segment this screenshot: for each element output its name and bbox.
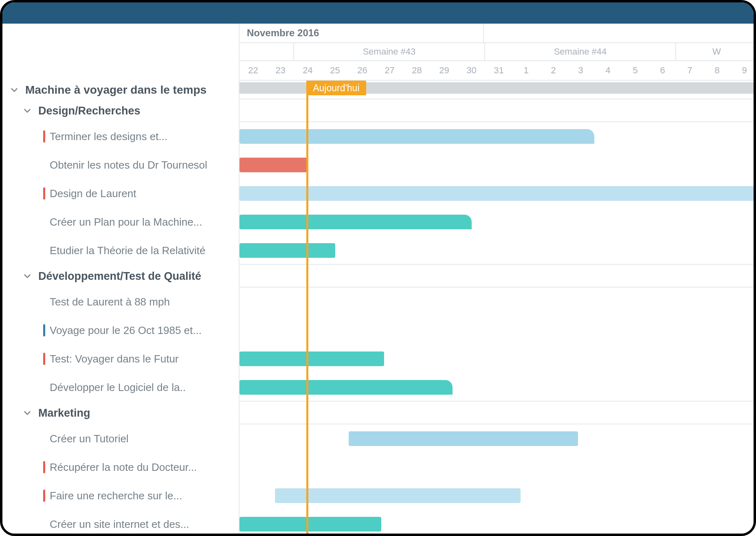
gantt-bar[interactable] xyxy=(240,215,472,229)
task-label: Etudier la Théorie de la Relativité xyxy=(50,244,206,257)
gantt-bar[interactable] xyxy=(240,517,381,532)
gantt-bar[interactable] xyxy=(240,243,335,258)
priority-flag-icon xyxy=(43,187,45,200)
tree-task-row[interactable]: Voyage pour le 26 Oct 1985 et... xyxy=(2,316,239,345)
group-divider xyxy=(240,424,754,424)
day-header[interactable]: 30 xyxy=(458,61,485,80)
task-label: Terminer les designs et... xyxy=(50,130,167,143)
week-header: Semaine #43 xyxy=(294,43,485,60)
day-header[interactable]: 27 xyxy=(376,61,403,80)
tree-project-row[interactable]: Machine à voyager dans le temps xyxy=(2,81,239,99)
chevron-down-icon[interactable] xyxy=(22,105,33,116)
group-title: Développement/Test de Qualité xyxy=(38,270,201,283)
day-header[interactable]: 4 xyxy=(594,61,622,80)
today-marker-line xyxy=(306,81,308,534)
task-label: Développer le Logiciel de la.. xyxy=(50,381,186,394)
task-label: Créer un Tutoriel xyxy=(50,433,129,445)
tree-group-row[interactable]: Marketing xyxy=(2,402,239,424)
day-header[interactable]: 6 xyxy=(649,61,676,80)
task-label: Créer un Plan pour la Machine... xyxy=(50,216,202,228)
task-label: Créer un site internet et des... xyxy=(50,518,189,531)
app-topbar xyxy=(2,2,754,24)
tree-task-row[interactable]: Créer un site internet et des... xyxy=(2,510,239,536)
tree-task-row[interactable]: Récupérer la note du Docteur... xyxy=(2,453,239,481)
tree-group-row[interactable]: Développement/Test de Qualité xyxy=(2,265,239,288)
tree-task-row[interactable]: Créer un Plan pour la Machine... xyxy=(2,208,239,236)
group-divider xyxy=(240,264,754,265)
week-row: Semaine #43Semaine #44W xyxy=(240,43,754,61)
task-tree-sidebar: Machine à voyager dans le tempsDesign/Re… xyxy=(2,24,239,534)
priority-flag-icon xyxy=(43,490,45,502)
group-divider xyxy=(240,401,754,402)
chevron-down-icon[interactable] xyxy=(22,271,33,281)
tree-task-row[interactable]: Faire une recherche sur le... xyxy=(2,481,239,510)
week-header: W xyxy=(676,43,756,60)
task-label: Voyage pour le 26 Oct 1985 et... xyxy=(50,324,202,337)
tree-task-row[interactable]: Développer le Logiciel de la.. xyxy=(2,373,239,402)
day-header[interactable]: 22 xyxy=(240,61,267,80)
group-title: Design/Recherches xyxy=(38,105,141,117)
group-divider xyxy=(240,121,754,122)
day-header[interactable]: 25 xyxy=(321,61,349,80)
tree-task-row[interactable]: Design de Laurent xyxy=(2,179,239,208)
today-label-text: Aujourd'hui xyxy=(313,83,359,94)
day-header[interactable]: 29 xyxy=(431,61,458,80)
tree-task-row[interactable]: Test de Laurent à 88 mph xyxy=(2,288,239,316)
gantt-bar[interactable] xyxy=(240,351,384,366)
gantt-bar[interactable] xyxy=(240,158,308,172)
month-label: Novembre 2016 xyxy=(240,24,484,42)
day-header[interactable]: 1 xyxy=(512,61,540,80)
gantt-bar[interactable] xyxy=(240,380,453,395)
priority-flag-icon xyxy=(43,461,45,473)
day-header[interactable]: 31 xyxy=(485,61,512,80)
day-header[interactable]: 3 xyxy=(567,61,594,80)
project-title: Machine à voyager dans le temps xyxy=(25,83,207,97)
tree-task-row[interactable]: Créer un Tutoriel xyxy=(2,424,239,453)
priority-flag-icon xyxy=(43,324,45,336)
day-header[interactable]: 7 xyxy=(676,61,703,80)
chevron-down-icon[interactable] xyxy=(22,408,33,418)
task-label: Obtenir les notes du Dr Tournesol xyxy=(50,159,207,171)
day-header[interactable]: 23 xyxy=(267,61,294,80)
group-title: Marketing xyxy=(38,407,90,420)
priority-flag-icon xyxy=(43,130,45,143)
day-header[interactable]: 28 xyxy=(403,61,431,80)
today-marker-label: Aujourd'hui xyxy=(306,81,366,95)
gantt-bar[interactable] xyxy=(240,186,756,201)
month-row: Novembre 2016 xyxy=(240,24,754,43)
week-header: Semaine #44 xyxy=(485,43,676,60)
gantt-bar[interactable] xyxy=(349,431,578,446)
day-header[interactable]: 9 xyxy=(731,61,756,80)
day-header[interactable]: 26 xyxy=(349,61,376,80)
gantt-timeline[interactable]: Novembre 2016 Semaine #43Semaine #44W 22… xyxy=(239,24,754,534)
gantt-bar[interactable] xyxy=(275,488,521,503)
day-row: 22232425262728293031123456789 xyxy=(240,61,754,81)
task-label: Récupérer la note du Docteur... xyxy=(50,461,197,474)
day-header[interactable]: 2 xyxy=(540,61,567,80)
task-label: Test: Voyager dans le Futur xyxy=(50,353,179,365)
task-label: Design de Laurent xyxy=(50,187,136,200)
group-divider xyxy=(240,287,754,288)
priority-flag-icon xyxy=(43,353,45,365)
chevron-down-icon[interactable] xyxy=(9,85,20,95)
task-label: Test de Laurent à 88 mph xyxy=(50,296,170,308)
gantt-bar[interactable] xyxy=(240,129,594,144)
day-header-today[interactable]: 24 xyxy=(294,61,321,80)
task-label: Faire une recherche sur le... xyxy=(50,490,182,502)
day-header[interactable]: 8 xyxy=(703,61,731,80)
tree-task-row[interactable]: Obtenir les notes du Dr Tournesol xyxy=(2,151,239,179)
day-header[interactable]: 5 xyxy=(622,61,649,80)
tree-task-row[interactable]: Etudier la Théorie de la Relativité xyxy=(2,236,239,265)
tree-group-row[interactable]: Design/Recherches xyxy=(2,99,239,122)
tree-task-row[interactable]: Terminer les designs et... xyxy=(2,122,239,151)
group-divider xyxy=(240,99,754,99)
tree-task-row[interactable]: Test: Voyager dans le Futur xyxy=(2,345,239,373)
